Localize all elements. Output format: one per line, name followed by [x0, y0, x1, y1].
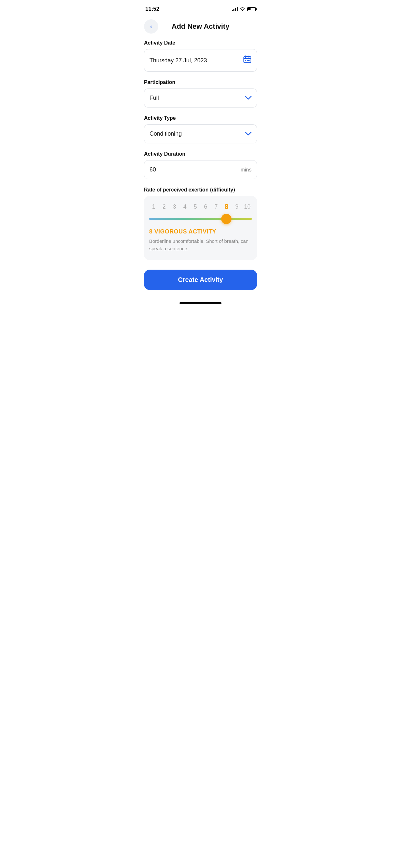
exertion-num-10: 10 [243, 204, 252, 210]
activity-date-group: Activity Date Thursday 27 Jul, 2023 [144, 40, 257, 72]
exertion-num-7: 7 [212, 204, 220, 210]
activity-duration-group: Activity Duration 60 mins [144, 151, 257, 179]
create-button-container: Create Activity [137, 270, 264, 300]
activity-type-group: Activity Type Conditioning [144, 115, 257, 144]
participation-chevron-icon [245, 95, 251, 101]
svg-rect-5 [247, 60, 248, 61]
activity-duration-suffix: mins [241, 167, 251, 173]
exertion-num-5: 5 [191, 204, 200, 210]
exertion-num-3: 3 [170, 204, 179, 210]
activity-type-label: Activity Type [144, 115, 257, 121]
participation-label: Participation [144, 80, 257, 85]
exertion-num-8: 8 [222, 203, 231, 211]
exertion-activity-label: 8 VIGOROUS ACTIVITY [149, 228, 252, 235]
exertion-num-6: 6 [201, 204, 210, 210]
exertion-numbers: 1 2 3 4 5 6 7 8 9 10 [149, 203, 252, 211]
exertion-num-9: 9 [233, 204, 242, 210]
status-icons [232, 6, 256, 12]
slider-track [149, 218, 252, 220]
activity-type-select[interactable]: Conditioning [144, 124, 257, 144]
header: ‹ Add New Activity [137, 16, 264, 40]
home-bar [180, 302, 221, 304]
activity-duration-input[interactable]: 60 mins [144, 160, 257, 179]
status-time: 11:52 [145, 6, 159, 12]
slider-thumb[interactable] [221, 214, 232, 224]
page-title: Add New Activity [158, 22, 243, 31]
participation-value: Full [150, 95, 159, 101]
exertion-num-4: 4 [181, 204, 189, 210]
svg-rect-0 [244, 57, 251, 63]
signal-icon [232, 7, 238, 11]
exertion-description: Borderline uncomfortable. Short of breat… [149, 238, 252, 252]
activity-date-label: Activity Date [144, 40, 257, 46]
exertion-section: 1 2 3 4 5 6 7 8 9 10 8 VIGOROUS ACTIVITY… [144, 196, 257, 260]
battery-icon [247, 7, 256, 11]
activity-date-input[interactable]: Thursday 27 Jul, 2023 [144, 49, 257, 72]
activity-date-value: Thursday 27 Jul, 2023 [150, 57, 207, 64]
svg-rect-6 [248, 60, 250, 61]
form-content: Activity Date Thursday 27 Jul, 2023 Part… [137, 40, 264, 260]
activity-duration-label: Activity Duration [144, 151, 257, 157]
exertion-group: Rate of perceived exertion (difficulty) … [144, 187, 257, 260]
create-activity-button[interactable]: Create Activity [144, 270, 257, 290]
activity-duration-value: 60 [150, 166, 156, 173]
exertion-num-2: 2 [159, 204, 168, 210]
calendar-icon [243, 55, 251, 66]
back-chevron-icon: ‹ [150, 24, 152, 29]
status-bar: 11:52 [137, 0, 264, 16]
participation-group: Participation Full [144, 80, 257, 107]
activity-type-value: Conditioning [150, 130, 182, 137]
activity-type-chevron-icon [245, 130, 251, 137]
participation-select[interactable]: Full [144, 89, 257, 107]
home-indicator [137, 300, 264, 308]
wifi-icon [240, 6, 245, 12]
exertion-label: Rate of perceived exertion (difficulty) [144, 187, 257, 193]
exertion-slider[interactable] [149, 216, 252, 222]
back-button[interactable]: ‹ [144, 20, 158, 34]
svg-rect-4 [245, 60, 246, 61]
exertion-num-1: 1 [149, 204, 158, 210]
